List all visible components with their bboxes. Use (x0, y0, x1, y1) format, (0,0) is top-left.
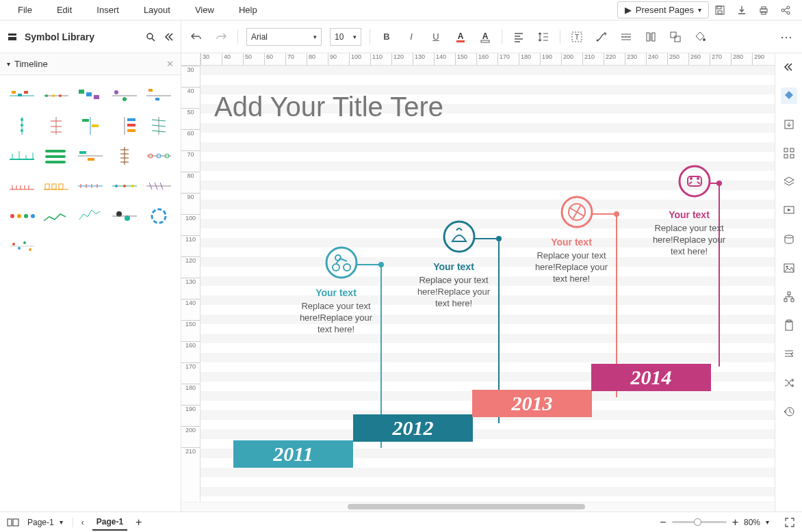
clipboard-icon[interactable] (781, 317, 797, 334)
database-icon[interactable] (781, 231, 797, 248)
symbol-thumb[interactable] (109, 144, 140, 168)
symbol-thumb[interactable] (75, 83, 105, 108)
text-tool-button[interactable]: T (569, 29, 585, 45)
library-header: Symbol Library (0, 21, 181, 53)
group-button[interactable] (667, 29, 684, 45)
menu-view[interactable]: View (183, 1, 227, 19)
underline-button[interactable]: U (428, 29, 444, 45)
font-family-select[interactable]: Arial ▾ (246, 28, 322, 46)
callout-2014[interactable]: Your text Replace your text here!Replace… (648, 209, 730, 258)
symbol-thumb[interactable] (144, 114, 174, 138)
symbol-thumb[interactable] (41, 204, 71, 228)
symbol-thumb[interactable] (75, 174, 105, 198)
italic-button[interactable]: I (403, 29, 419, 45)
symbol-thumb[interactable] (7, 83, 37, 108)
pages-icon[interactable] (7, 518, 19, 527)
distribute-button[interactable] (643, 29, 659, 45)
export-icon[interactable] (731, 1, 753, 19)
menu-insert[interactable]: Insert (84, 1, 131, 19)
symbol-thumb[interactable] (144, 144, 174, 168)
collapse-left-icon[interactable] (163, 31, 174, 42)
library-icon (7, 31, 18, 42)
symbol-thumb[interactable] (109, 174, 140, 198)
symbol-thumb[interactable] (109, 204, 140, 228)
line-style-button[interactable] (618, 29, 634, 45)
align-button[interactable] (510, 29, 527, 45)
share-icon[interactable] (775, 1, 797, 19)
yearbox-2014[interactable]: 2014 (591, 364, 711, 391)
callout-2011[interactable]: Your text Replace your text here!Replace… (295, 287, 377, 336)
callout-2012[interactable]: Your text Replace your text here!Replace… (413, 261, 495, 310)
presentation-icon[interactable] (781, 202, 797, 219)
font-size-select[interactable]: 10 ▾ (330, 28, 361, 46)
font-color-button[interactable]: A (452, 29, 469, 45)
line-spacing-button[interactable] (535, 29, 552, 45)
symbol-thumb[interactable] (144, 204, 174, 228)
svg-point-39 (21, 129, 23, 132)
layers-icon[interactable] (781, 174, 797, 190)
import-icon[interactable] (781, 116, 797, 133)
close-icon[interactable]: ✕ (166, 59, 174, 69)
section-timeline-header[interactable]: ▾ Timeline ✕ (0, 53, 181, 75)
horizontal-scrollbar[interactable] (181, 502, 775, 511)
shuffle-icon[interactable] (781, 375, 797, 391)
zoom-value[interactable]: 80% (744, 518, 760, 527)
highlight-button[interactable]: A (477, 29, 493, 45)
yearbox-2012[interactable]: 2012 (353, 414, 473, 442)
sitemap-icon[interactable] (781, 289, 797, 305)
page-tab[interactable]: Page-1 (92, 514, 127, 531)
zoom-slider[interactable] (672, 521, 727, 523)
zoom-in-icon[interactable]: + (732, 516, 738, 529)
image-icon[interactable] (781, 260, 797, 276)
symbol-thumb[interactable] (7, 204, 37, 228)
svg-point-83 (697, 178, 699, 179)
save-icon[interactable] (709, 1, 731, 19)
symbol-thumb[interactable] (75, 204, 105, 228)
theme-icon[interactable] (781, 88, 797, 104)
collapse-right-icon[interactable] (781, 59, 797, 75)
svg-point-80 (680, 166, 710, 196)
symbol-thumb[interactable] (7, 234, 37, 258)
page-title[interactable]: Add Your Title Tere (214, 92, 443, 122)
fill-button[interactable] (692, 29, 708, 45)
symbol-thumb[interactable] (109, 83, 140, 108)
prev-page-icon[interactable]: ‹ (81, 518, 84, 527)
callout-2013[interactable]: Your text Replace your text here!Replace… (530, 237, 612, 285)
redo-button[interactable] (213, 29, 229, 45)
symbol-thumb[interactable] (109, 114, 140, 138)
symbol-thumb[interactable] (7, 174, 37, 198)
yearbox-2011[interactable]: 2011 (233, 440, 353, 468)
add-page-icon[interactable]: + (135, 516, 142, 529)
symbol-thumb[interactable] (7, 144, 37, 168)
symbol-thumb[interactable] (75, 144, 105, 168)
canvas[interactable]: Add Your Title Tere Your text (200, 66, 775, 502)
fullscreen-icon[interactable] (784, 517, 795, 528)
more-button[interactable]: ⋯ (779, 29, 795, 45)
symbol-thumb[interactable] (75, 114, 105, 138)
menu-help[interactable]: Help (227, 1, 270, 19)
present-pages-button[interactable]: ▶ Present Pages ▾ (617, 1, 709, 18)
svg-point-23 (703, 38, 706, 41)
symbol-thumb[interactable] (144, 174, 174, 198)
svg-point-91 (785, 235, 793, 238)
history-icon[interactable] (781, 403, 797, 420)
symbol-thumb[interactable] (7, 114, 37, 138)
symbol-thumb[interactable] (144, 83, 174, 108)
page-select[interactable]: Page-1 ▾ (27, 518, 73, 527)
grid-icon[interactable] (781, 145, 797, 161)
undo-button[interactable] (188, 29, 205, 45)
indent-icon[interactable] (781, 346, 797, 362)
zoom-out-icon[interactable]: − (660, 516, 666, 529)
print-icon[interactable] (753, 1, 775, 19)
symbol-thumb[interactable] (41, 174, 71, 198)
symbol-thumb[interactable] (41, 144, 71, 168)
menu-edit[interactable]: Edit (44, 1, 84, 19)
search-icon[interactable] (145, 31, 156, 42)
connector-button[interactable] (593, 29, 610, 45)
bold-button[interactable]: B (378, 29, 395, 45)
symbol-thumb[interactable] (41, 114, 71, 138)
menu-layout[interactable]: Layout (131, 1, 183, 19)
yearbox-2013[interactable]: 2013 (472, 390, 592, 417)
symbol-thumb[interactable] (41, 83, 71, 108)
menu-file[interactable]: File (5, 1, 44, 19)
